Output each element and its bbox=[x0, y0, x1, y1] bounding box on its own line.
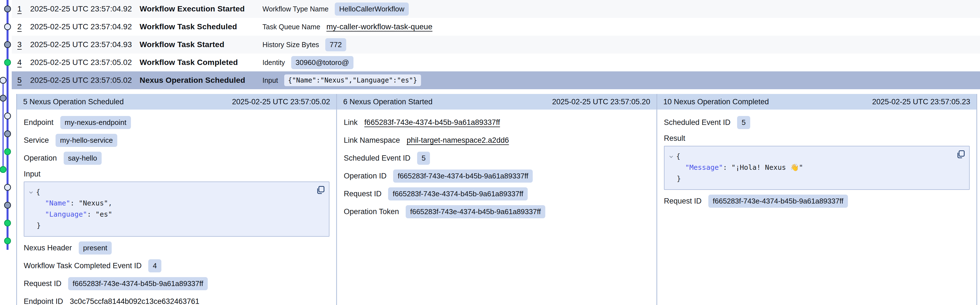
event-id-link[interactable]: 4 bbox=[18, 58, 25, 67]
event-attribute: History Size Bytes772 bbox=[262, 38, 346, 51]
event-attr-label: Task Queue Name bbox=[262, 23, 320, 31]
detail-label: Scheduled Event ID bbox=[664, 118, 731, 127]
detail-value-chip: 4 bbox=[148, 259, 161, 272]
detail-row: Operation Tokenf665283f-743e-4374-b45b-9… bbox=[344, 205, 649, 218]
detail-value-chip: f665283f-743e-4374-b45b-9a61a89337ff bbox=[388, 187, 528, 201]
panel-timestamp: 2025-02-25 UTC 23:57:05.23 bbox=[872, 98, 970, 106]
panel-title: 10 Nexus Operation Completed bbox=[663, 98, 769, 106]
event-name: Workflow Task Completed bbox=[140, 58, 251, 67]
detail-value-chip: f665283f-743e-4374-b45b-9a61a89337ff bbox=[406, 205, 545, 218]
event-history-row[interactable]: 12025-02-25 UTC 23:57:04.92Workflow Exec… bbox=[12, 0, 980, 18]
event-history-row[interactable]: 32025-02-25 UTC 23:57:04.93Workflow Task… bbox=[12, 36, 980, 54]
detail-value-chip: say-hello bbox=[64, 152, 102, 165]
event-attribute: Identity30960@totoro@ bbox=[262, 56, 353, 69]
detail-row: Request IDf665283f-743e-4374-b45b-9a61a8… bbox=[664, 194, 970, 208]
detail-row: Operation IDf665283f-743e-4374-b45b-9a61… bbox=[344, 169, 649, 183]
event-attr-value-chip: 30960@totoro@ bbox=[291, 56, 354, 69]
event-id-link[interactable]: 3 bbox=[18, 40, 25, 49]
event-attr-label: Input bbox=[262, 76, 278, 84]
detail-label: Request ID bbox=[24, 279, 61, 288]
event-attribute: Workflow Type NameHelloCallerWorkflow bbox=[262, 3, 409, 16]
event-id-link[interactable]: 5 bbox=[18, 76, 25, 85]
panel-body: Scheduled Event ID5Result{ "Message": "¡… bbox=[657, 109, 976, 208]
event-detail-panel: 5 Nexus Operation Scheduled2025-02-25 UT… bbox=[17, 94, 336, 305]
detail-row: Scheduled Event ID5 bbox=[344, 152, 649, 165]
timeline-dot bbox=[5, 131, 11, 137]
timeline-dot bbox=[0, 166, 6, 172]
panel-body: Linkf665283f-743e-4374-b45b-9a61a89337ff… bbox=[337, 109, 656, 218]
detail-value-chip: present bbox=[79, 242, 112, 254]
detail-label: Link Namespace bbox=[344, 136, 400, 145]
event-timestamp: 2025-02-25 UTC 23:57:04.92 bbox=[30, 22, 140, 31]
detail-value-chip: 5 bbox=[737, 116, 750, 129]
event-attr-value-chip: {"Name":"Nexus","Language":"es"} bbox=[284, 74, 421, 86]
detail-value-chip: my-hello-service bbox=[56, 134, 117, 147]
panel-timestamp: 2025-02-25 UTC 23:57:05.20 bbox=[552, 98, 650, 106]
chevron-down-icon[interactable] bbox=[668, 154, 674, 160]
json-viewer: { "Message": "¡Hola! Nexus 👋" } bbox=[664, 146, 970, 190]
detail-row: Workflow Task Completed Event ID4 bbox=[24, 259, 329, 272]
timeline-dot bbox=[5, 220, 11, 226]
event-name: Workflow Task Started bbox=[140, 40, 251, 49]
timeline-dot bbox=[5, 202, 11, 208]
event-timestamp: 2025-02-25 UTC 23:57:04.93 bbox=[30, 40, 140, 49]
timeline-dot bbox=[5, 149, 11, 155]
panel-header: 6 Nexus Operation Started2025-02-25 UTC … bbox=[337, 94, 656, 109]
event-attribute: Task Queue Namemy-caller-workflow-task-q… bbox=[262, 22, 433, 31]
event-attr-value-link[interactable]: my-caller-workflow-task-queue bbox=[326, 22, 433, 31]
detail-value-link[interactable]: f665283f-743e-4374-b45b-9a61a89337ff bbox=[364, 118, 500, 127]
json-content: { "Message": "¡Hola! Nexus 👋" } bbox=[668, 151, 964, 184]
event-timestamp: 2025-02-25 UTC 23:57:05.02 bbox=[30, 58, 140, 67]
json-viewer: { "Name": "Nexus", "Language": "es" } bbox=[24, 182, 329, 237]
event-id-link[interactable]: 1 bbox=[18, 5, 25, 13]
detail-label: Request ID bbox=[344, 190, 382, 198]
panel-header: 5 Nexus Operation Scheduled2025-02-25 UT… bbox=[17, 94, 336, 109]
detail-label: Endpoint bbox=[24, 118, 54, 127]
detail-label: Operation ID bbox=[344, 172, 387, 180]
detail-value-chip: f665283f-743e-4374-b45b-9a61a89337ff bbox=[393, 169, 533, 183]
detail-value-link[interactable]: phil-target-namespace2.a2dd6 bbox=[407, 136, 509, 145]
copy-button[interactable] bbox=[315, 185, 325, 195]
panel-body: Endpointmy-nexus-endpointServicemy-hello… bbox=[17, 109, 336, 305]
detail-label: Nexus Header bbox=[24, 244, 72, 252]
chevron-down-icon[interactable] bbox=[28, 190, 34, 195]
timeline-dot bbox=[5, 113, 11, 119]
detail-value-chip: f665283f-743e-4374-b45b-9a61a89337ff bbox=[68, 277, 208, 290]
event-name: Workflow Task Scheduled bbox=[140, 22, 251, 31]
event-history-row[interactable]: 42025-02-25 UTC 23:57:05.02Workflow Task… bbox=[12, 54, 980, 71]
timeline-dot bbox=[5, 238, 11, 244]
panel-title: 5 Nexus Operation Scheduled bbox=[23, 98, 124, 106]
event-detail-panel: 6 Nexus Operation Started2025-02-25 UTC … bbox=[336, 94, 656, 305]
detail-row: Operationsay-hello bbox=[24, 152, 329, 165]
event-timestamp: 2025-02-25 UTC 23:57:04.92 bbox=[30, 5, 140, 13]
detail-value-chip: 5 bbox=[417, 152, 430, 165]
event-attr-label: History Size Bytes bbox=[262, 41, 319, 49]
copy-button[interactable] bbox=[956, 150, 965, 159]
detail-row: Endpointmy-nexus-endpoint bbox=[24, 116, 329, 129]
detail-value-link[interactable]: 3c0c75ccfa8144b092c13ce632463761 bbox=[70, 297, 199, 305]
event-history-row[interactable]: 52025-02-25 UTC 23:57:05.02Nexus Operati… bbox=[12, 71, 980, 89]
detail-label: Operation Token bbox=[344, 207, 399, 216]
event-id-link[interactable]: 2 bbox=[18, 22, 25, 31]
detail-label: Service bbox=[24, 136, 49, 145]
copy-icon bbox=[956, 150, 965, 159]
timeline-dot bbox=[0, 95, 6, 101]
detail-label: Endpoint ID bbox=[24, 297, 63, 305]
detail-section-label: Result bbox=[664, 134, 970, 143]
event-history-row[interactable]: 22025-02-25 UTC 23:57:04.92Workflow Task… bbox=[12, 18, 980, 36]
detail-label: Link bbox=[344, 118, 358, 127]
detail-row: Linkf665283f-743e-4374-b45b-9a61a89337ff bbox=[344, 116, 649, 129]
detail-value-chip: my-nexus-endpoint bbox=[60, 116, 131, 129]
event-attribute: Input{"Name":"Nexus","Language":"es"} bbox=[262, 74, 421, 86]
panel-title: 6 Nexus Operation Started bbox=[343, 98, 433, 106]
detail-row: Servicemy-hello-service bbox=[24, 134, 329, 147]
copy-icon bbox=[315, 185, 325, 195]
json-content: { "Name": "Nexus", "Language": "es" } bbox=[28, 186, 323, 231]
timeline-dot bbox=[5, 184, 11, 190]
panel-header: 10 Nexus Operation Completed2025-02-25 U… bbox=[657, 94, 976, 109]
event-attr-label: Identity bbox=[262, 58, 285, 66]
detail-label: Workflow Task Completed Event ID bbox=[24, 261, 142, 270]
event-attr-value-chip: 772 bbox=[325, 38, 346, 51]
event-attr-value-chip: HelloCallerWorkflow bbox=[335, 3, 409, 16]
event-name: Nexus Operation Scheduled bbox=[140, 76, 251, 85]
